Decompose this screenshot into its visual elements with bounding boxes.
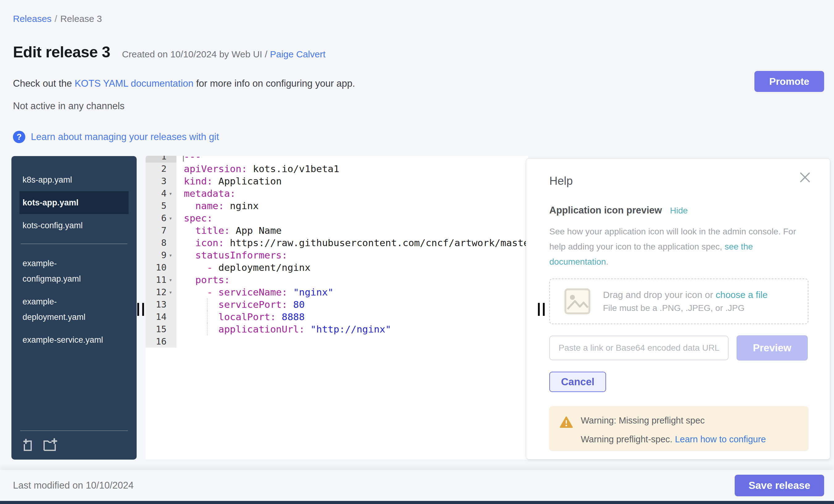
preview-button[interactable]: Preview	[737, 335, 808, 360]
breadcrumb: Releases/Release 3	[13, 14, 102, 24]
promote-button[interactable]: Promote	[754, 71, 824, 92]
code-line-5[interactable]: 5 name: nginx	[146, 200, 528, 212]
question-icon: ?	[13, 131, 25, 143]
code-line-13[interactable]: 13 servicePort: 80	[146, 298, 528, 311]
code-line-1[interactable]: 1---	[146, 156, 528, 162]
file-item-example-deployment.yaml[interactable]: example-deployment.yaml	[19, 290, 129, 328]
code-text: localPort: 8888	[176, 311, 528, 323]
doc-info-row: Check out the KOTS YAML documentation fo…	[13, 78, 355, 89]
created-text: Created on 10/10/2024 by Web UI /	[122, 49, 270, 59]
code-text: icon: https://raw.githubusercontent.com/…	[176, 237, 528, 249]
code-text: apiVersion: kots.io/v1beta1	[176, 162, 528, 175]
git-releases-link[interactable]: Learn about managing your releases with …	[31, 131, 219, 143]
close-help-button[interactable]	[797, 170, 813, 186]
file-sidebar: k8s-app.yamlkots-app.yamlkots-config.yam…	[12, 156, 137, 460]
code-line-7[interactable]: 7 title: App Name	[146, 224, 528, 237]
code-line-11[interactable]: 11▾ ports:	[146, 273, 528, 286]
new-file-icon	[20, 438, 34, 452]
new-file-button[interactable]	[20, 438, 34, 453]
line-number: 12	[156, 287, 167, 297]
code-text: applicationUrl: "http://nginx"	[176, 323, 528, 335]
code-text: metadata:	[176, 187, 528, 200]
new-folder-button[interactable]	[42, 438, 58, 453]
drag-handle-bar	[142, 303, 144, 316]
chevron-down-icon[interactable]: ▾	[167, 252, 175, 259]
code-line-9[interactable]: 9▾ statusInformers:	[146, 249, 528, 261]
code-line-15[interactable]: 15 applicationUrl: "http://nginx"	[146, 323, 528, 335]
chevron-down-icon[interactable]: ▾	[167, 276, 175, 283]
file-item-kots-config.yaml[interactable]: kots-config.yaml	[19, 214, 129, 237]
channel-status: Not active in any channels	[13, 101, 125, 112]
code-line-12[interactable]: 12▾ - serviceName: "nginx"	[146, 286, 528, 298]
chevron-down-icon[interactable]: ▾	[167, 190, 175, 197]
kots-yaml-doc-link[interactable]: KOTS YAML documentation	[75, 78, 193, 89]
line-number: 16	[156, 336, 167, 347]
code-line-2[interactable]: 2apiVersion: kots.io/v1beta1	[146, 162, 528, 175]
gutter-cell: 12▾	[146, 286, 176, 298]
gutter-cell: 16	[146, 335, 176, 348]
warning-title: Warning: Missing preflight spec	[581, 415, 766, 426]
code-line-3[interactable]: 3kind: Application	[146, 175, 528, 187]
code-lines: 1---2apiVersion: kots.io/v1beta13kind: A…	[146, 156, 528, 348]
sidebar-resize-handle[interactable]	[137, 303, 144, 316]
last-modified-text: Last modified on 10/10/2024	[13, 480, 134, 491]
save-release-button[interactable]: Save release	[735, 475, 824, 496]
file-label: k8s-app.yaml	[23, 172, 110, 188]
drag-handle-bar	[543, 303, 545, 316]
git-help-row: ? Learn about managing your releases wit…	[13, 131, 219, 143]
image-placeholder-icon	[564, 288, 591, 314]
line-number: 11	[156, 275, 167, 285]
sidebar-footer	[12, 431, 137, 460]
bottom-edge-strip	[0, 501, 834, 504]
breadcrumb-releases-link[interactable]: Releases	[13, 14, 51, 24]
doc-pre-text: Check out the	[13, 78, 75, 89]
gutter-cell: 9▾	[146, 249, 176, 261]
gutter-cell: 14	[146, 311, 176, 323]
file-item-k8s-app.yaml[interactable]: k8s-app.yaml	[19, 169, 129, 191]
gutter-cell: 7	[146, 224, 176, 237]
chevron-down-icon[interactable]: ▾	[167, 215, 175, 221]
code-text: spec:	[176, 212, 528, 224]
gutter-cell: 8	[146, 237, 176, 249]
hide-link[interactable]: Hide	[670, 206, 688, 216]
code-line-10[interactable]: 10 - deployment/nginx	[146, 261, 528, 273]
warning-detail: Warning preflight-spec.	[581, 434, 675, 444]
line-number: 5	[161, 200, 167, 211]
code-text: kind: Application	[176, 175, 528, 187]
gutter-cell: 5	[146, 200, 176, 212]
drag-handle-bar	[538, 303, 540, 316]
icon-preview-section-header: Application icon preview Hide	[549, 205, 808, 216]
file-label: kots-config.yaml	[23, 218, 110, 233]
icon-dropzone[interactable]: Drag and drop your icon or choose a file…	[549, 279, 808, 324]
choose-file-link[interactable]: choose a file	[716, 290, 767, 300]
code-line-6[interactable]: 6▾spec:	[146, 212, 528, 224]
file-item-kots-app.yaml[interactable]: kots-app.yaml	[19, 191, 129, 214]
cancel-button[interactable]: Cancel	[549, 372, 606, 392]
yaml-editor[interactable]: 1---2apiVersion: kots.io/v1beta13kind: A…	[146, 156, 528, 460]
line-number: 2	[161, 163, 167, 174]
file-item-example-configmap.yaml[interactable]: example-configmap.yaml	[19, 252, 129, 290]
chevron-down-icon[interactable]: ▾	[167, 289, 175, 295]
line-number: 10	[156, 262, 167, 273]
close-icon	[799, 172, 811, 183]
code-line-14[interactable]: 14 localPort: 8888	[146, 311, 528, 323]
gutter-cell: 15	[146, 323, 176, 335]
icon-url-input[interactable]	[549, 335, 728, 360]
breadcrumb-current: Release 3	[60, 14, 102, 24]
code-text	[176, 335, 528, 348]
code-line-4[interactable]: 4▾metadata:	[146, 187, 528, 200]
file-item-example-service.yaml[interactable]: example-service.yaml	[19, 328, 129, 351]
code-text: servicePort: 80	[176, 298, 528, 311]
gutter-cell: 4▾	[146, 187, 176, 200]
code-line-16[interactable]: 16	[146, 335, 528, 348]
created-info: Created on 10/10/2024 by Web UI / Paige …	[122, 49, 325, 60]
file-list: k8s-app.yamlkots-app.yamlkots-config.yam…	[12, 156, 137, 431]
title-row: Edit release 3 Created on 10/10/2024 by …	[13, 43, 325, 61]
learn-configure-link[interactable]: Learn how to configure	[675, 434, 766, 444]
warning-triangle-icon	[560, 416, 573, 429]
author-link[interactable]: Paige Calvert	[270, 49, 325, 59]
line-number: 7	[161, 225, 167, 236]
help-panel-resize-handle[interactable]	[538, 303, 545, 316]
gutter-cell: 3	[146, 175, 176, 187]
code-line-8[interactable]: 8 icon: https://raw.githubusercontent.co…	[146, 237, 528, 249]
